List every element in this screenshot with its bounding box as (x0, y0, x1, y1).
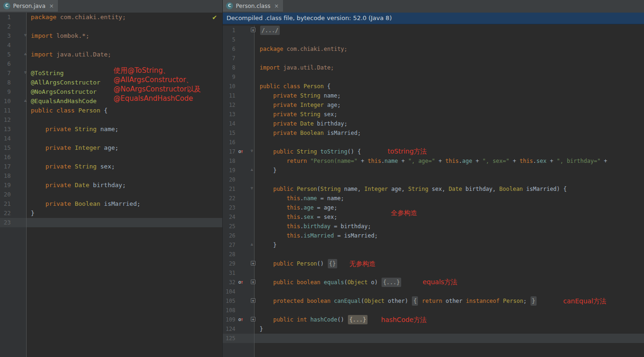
code-text[interactable]: @ToString (27, 69, 64, 78)
fold-expand-icon[interactable]: + (251, 317, 255, 322)
code-line[interactable]: 20 (0, 190, 222, 199)
code-line[interactable]: 9 (223, 72, 644, 82)
line-number[interactable]: 15 (0, 143, 27, 153)
fold-start-icon[interactable]: ▿ (251, 148, 253, 153)
folded-code-placeholder[interactable]: {} (328, 259, 337, 268)
code-text[interactable]: import java.util.Date; (255, 63, 334, 72)
code-line[interactable]: 22 this.name = name; (223, 194, 644, 203)
code-text[interactable]: } (255, 240, 276, 250)
code-line[interactable]: 21 private Boolean isMarried; (0, 199, 222, 209)
line-number[interactable]: 1 (0, 13, 27, 22)
code-text[interactable] (255, 175, 260, 184)
code-line[interactable]: 104 (223, 287, 644, 296)
code-line[interactable]: 6package com.chiaki.entity; (223, 44, 644, 54)
code-line[interactable]: 14 private Date birthday; (223, 119, 644, 128)
line-number[interactable]: 20 (223, 175, 255, 184)
line-number[interactable]: 16 (223, 138, 255, 147)
code-text[interactable]: @AllArgsConstructor (27, 78, 100, 87)
code-text[interactable]: this.isMarried = isMarried; (255, 231, 378, 240)
code-line[interactable]: 24 this.sex = sex; (223, 212, 644, 222)
code-text[interactable] (255, 306, 260, 315)
code-line[interactable]: 19 }▵ (223, 166, 644, 175)
code-text[interactable] (255, 35, 260, 44)
code-text[interactable]: public class Person { (255, 82, 331, 91)
line-number[interactable]: 17 (0, 162, 27, 171)
code-line[interactable]: 18 return "Person(name=" + this.name + "… (223, 156, 644, 166)
override-method-icon[interactable]: o↑ (238, 148, 243, 155)
line-number[interactable]: 14 (223, 119, 255, 128)
folded-code-placeholder[interactable]: /.../ (260, 26, 280, 35)
fold-expand-icon[interactable]: + (251, 261, 255, 266)
line-number[interactable]: 14 (0, 134, 27, 143)
line-number[interactable]: 125 (223, 334, 255, 343)
code-line[interactable]: 20 (223, 175, 644, 184)
folded-code-placeholder[interactable]: {...} (348, 315, 368, 324)
code-text[interactable]: this.name = name; (255, 194, 344, 203)
line-number[interactable]: 3 (0, 31, 27, 41)
code-text[interactable]: private String sex; (27, 162, 115, 171)
line-number[interactable]: 31 (223, 268, 255, 278)
code-text[interactable] (27, 171, 31, 181)
line-number[interactable]: 8 (0, 78, 27, 87)
code-line[interactable]: 22} (0, 209, 222, 218)
code-line[interactable]: 124} (223, 324, 644, 334)
code-text[interactable]: public class Person { (27, 106, 107, 115)
code-line[interactable]: 26 this.isMarried = isMarried; (223, 231, 644, 240)
code-line[interactable]: 18 (0, 171, 222, 181)
code-text[interactable] (27, 153, 31, 162)
code-line[interactable]: 21 public Person(String name, Integer ag… (223, 184, 644, 194)
line-number[interactable]: 9 (0, 87, 27, 97)
code-line[interactable]: 108 (223, 306, 644, 315)
line-number[interactable]: 15 (223, 128, 255, 138)
fold-end-icon[interactable]: ▵ (251, 242, 253, 246)
code-line[interactable]: 1/.../+ (223, 26, 644, 35)
code-text[interactable] (27, 59, 31, 69)
line-number[interactable]: 23 (0, 218, 27, 227)
line-number[interactable]: 12 (0, 115, 27, 125)
line-number[interactable]: 22 (223, 194, 255, 203)
code-line[interactable]: 17 public String toString() {▿o↑ (223, 147, 644, 156)
code-line[interactable]: 7@ToString▿ (0, 69, 222, 78)
code-line[interactable]: 27 }▵ (223, 240, 644, 250)
line-number[interactable]: 7 (223, 54, 255, 63)
line-number[interactable]: 10 (0, 97, 27, 106)
code-text[interactable]: return "Person(name=" + this.name + ", a… (255, 156, 607, 166)
tab-person-java[interactable]: C Person.java × (0, 0, 58, 12)
code-line[interactable]: 9@NoArgsConstructor (0, 87, 222, 97)
editor-empty-space[interactable] (0, 227, 222, 357)
line-number[interactable]: 6 (223, 44, 255, 54)
code-text[interactable]: private Date birthday; (255, 119, 347, 128)
code-line[interactable]: 15 private Integer age; (0, 143, 222, 153)
code-line[interactable]: 10@EqualsAndHashCode▵ (0, 97, 222, 106)
code-line[interactable]: 125 (223, 334, 644, 343)
line-number[interactable]: 26 (223, 231, 255, 240)
line-number[interactable]: 10 (223, 82, 255, 91)
code-text[interactable]: this.birthday = birthday; (255, 222, 371, 231)
code-text[interactable]: this.sex = sex; (255, 212, 337, 222)
code-line[interactable]: 12 private Integer age; (223, 100, 644, 110)
code-text[interactable]: /.../ (255, 26, 280, 35)
code-area-right[interactable]: 1/.../+56package com.chiaki.entity;78imp… (223, 26, 644, 357)
line-number[interactable]: 13 (0, 125, 27, 134)
line-number[interactable]: 11 (223, 91, 255, 100)
code-line[interactable]: 13 private String name; (0, 125, 222, 134)
folded-code-placeholder[interactable]: } (531, 296, 537, 306)
line-number[interactable]: 27 (223, 240, 255, 250)
code-line[interactable]: 105 protected boolean canEqual(Object ot… (223, 296, 644, 306)
code-line[interactable]: 4 (0, 41, 222, 50)
line-number[interactable]: 19 (223, 166, 255, 175)
line-number[interactable]: 9 (223, 72, 255, 82)
line-number[interactable]: 13 (223, 110, 255, 119)
code-text[interactable]: @EqualsAndHashCode (27, 97, 97, 106)
fold-end-icon[interactable]: ▵ (251, 167, 253, 172)
fold-expand-icon[interactable]: + (251, 28, 255, 32)
line-number[interactable]: 8 (223, 63, 255, 72)
code-text[interactable]: this.age = age; (255, 203, 337, 212)
code-line[interactable]: 28 (223, 250, 644, 259)
code-text[interactable] (27, 115, 31, 125)
line-number[interactable]: 1 (223, 26, 255, 35)
override-method-icon[interactable]: o↑ (238, 279, 243, 286)
code-text[interactable]: private String name; (255, 91, 340, 100)
code-text[interactable] (27, 134, 31, 143)
code-line[interactable]: 16 (223, 138, 644, 147)
